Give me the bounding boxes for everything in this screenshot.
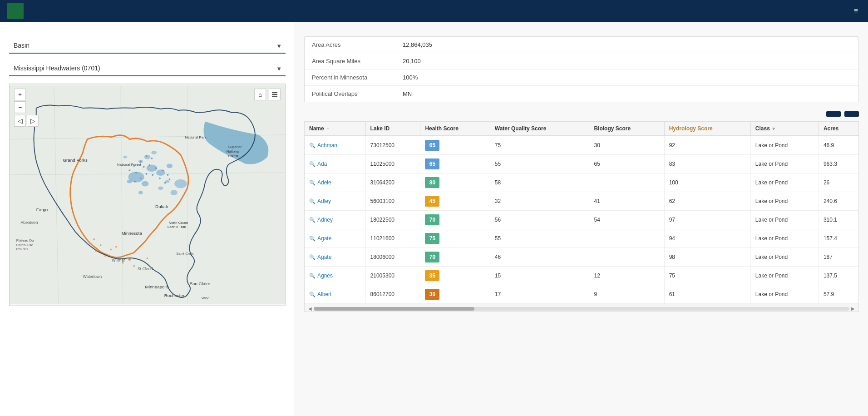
cell-acres: 963.3 bbox=[819, 155, 858, 173]
col-acres[interactable]: Acres bbox=[819, 122, 858, 136]
svg-point-62 bbox=[140, 178, 142, 179]
lake-link[interactable]: 🔍 Achman bbox=[309, 142, 361, 149]
scroll-thumb[interactable] bbox=[314, 307, 474, 311]
svg-text:Willmar: Willmar bbox=[112, 258, 125, 262]
table-row: 🔍 Agate 18006000 70 46 98 Lake or Pond 1… bbox=[305, 248, 858, 267]
export-buttons bbox=[826, 111, 859, 117]
svg-text:National: National bbox=[227, 149, 240, 154]
zoom-in-button[interactable]: + bbox=[14, 89, 26, 100]
svg-point-59 bbox=[159, 178, 161, 179]
pan-right-button[interactable]: ▷ bbox=[27, 115, 39, 127]
svg-point-60 bbox=[152, 174, 153, 176]
cell-water-quality: 15 bbox=[490, 267, 589, 285]
search-icon: 🔍 bbox=[309, 236, 316, 242]
left-panel: Basin HUC8 HUC10 ▼ Mississippi Headwater… bbox=[0, 22, 295, 416]
svg-text:Superior: Superior bbox=[228, 145, 242, 149]
class-filter-icon[interactable]: ▼ bbox=[771, 126, 776, 131]
lake-link[interactable]: 🔍 Agate bbox=[309, 254, 361, 260]
col-lake-id[interactable]: Lake ID bbox=[365, 122, 420, 136]
lake-link[interactable]: 🔍 Adele bbox=[309, 179, 361, 186]
lake-link[interactable]: 🔍 Agnes bbox=[309, 272, 361, 279]
table-row: 🔍 Agate 11021600 75 55 94 Lake or Pond 1… bbox=[305, 229, 858, 248]
cell-biology: 65 bbox=[589, 155, 664, 173]
cell-health-score: 80 bbox=[420, 173, 490, 192]
cell-biology: 30 bbox=[589, 136, 664, 155]
col-name[interactable]: Name ↑ bbox=[305, 122, 365, 136]
cell-health-score: 30 bbox=[420, 285, 490, 304]
svg-point-15 bbox=[170, 190, 178, 195]
svg-rect-76 bbox=[272, 94, 277, 95]
pan-left-button[interactable]: ◁ bbox=[14, 115, 26, 127]
svg-text:Forest: Forest bbox=[228, 154, 239, 158]
lake-link[interactable]: 🔍 Adney bbox=[309, 217, 361, 223]
svg-text:Rochester: Rochester bbox=[164, 293, 185, 298]
svg-point-63 bbox=[134, 181, 136, 183]
svg-point-55 bbox=[162, 169, 164, 171]
cell-class: Lake or Pond bbox=[750, 192, 819, 211]
export-csv-button[interactable] bbox=[844, 111, 859, 117]
scroll-left-btn[interactable]: ◀ bbox=[306, 305, 314, 312]
svg-point-74 bbox=[100, 244, 102, 246]
horizontal-scrollbar[interactable]: ◀ ▶ bbox=[305, 304, 858, 312]
detail-row-area-sqmi: Area Square Miles 20,100 bbox=[305, 53, 858, 69]
lake-link[interactable]: 🔍 Adley bbox=[309, 198, 361, 204]
cell-acres: 57.9 bbox=[819, 285, 858, 304]
col-biology[interactable]: Biology Score bbox=[589, 122, 664, 136]
map-container[interactable]: Fargo Grand Forks Duluth Minnesota Willm… bbox=[9, 84, 286, 306]
lakes-table: Name ↑ Lake ID Health Score Water Qualit… bbox=[305, 122, 858, 304]
svg-point-14 bbox=[174, 179, 187, 188]
cell-hydrology: 83 bbox=[664, 155, 750, 173]
svg-point-10 bbox=[156, 169, 165, 176]
detail-value-area-acres: 12,864,035 bbox=[403, 41, 432, 48]
svg-point-69 bbox=[104, 255, 106, 257]
lake-link[interactable]: 🔍 Ada bbox=[309, 161, 361, 167]
svg-point-12 bbox=[127, 180, 132, 183]
scale-select[interactable]: Basin HUC8 HUC10 bbox=[9, 38, 286, 54]
cell-biology: 12 bbox=[589, 267, 664, 285]
col-health-score[interactable]: Health Score bbox=[420, 122, 490, 136]
cell-name: 🔍 Agnes bbox=[305, 267, 365, 285]
scored-lakes-section: Name ↑ Lake ID Health Score Water Qualit… bbox=[304, 111, 859, 312]
cell-lake-id: 11025000 bbox=[365, 155, 420, 173]
cell-lake-id: 18006000 bbox=[365, 248, 420, 267]
svg-point-45 bbox=[140, 161, 142, 163]
col-hydrology[interactable]: Hydrology Score bbox=[664, 122, 750, 136]
svg-point-17 bbox=[151, 151, 157, 154]
svg-text:Eau Claire: Eau Claire bbox=[190, 281, 211, 286]
cell-name: 🔍 Albert bbox=[305, 285, 365, 304]
export-excel-button[interactable] bbox=[826, 111, 841, 117]
map-layers-button[interactable] bbox=[269, 89, 281, 100]
cell-acres: 187 bbox=[819, 248, 858, 267]
lake-link[interactable]: 🔍 Albert bbox=[309, 291, 361, 297]
cell-hydrology: 98 bbox=[664, 248, 750, 267]
lake-link[interactable]: 🔍 Agate bbox=[309, 235, 361, 242]
lakes-tbody: 🔍 Achman 73012500 65 75 30 92 Lake or Po… bbox=[305, 136, 858, 304]
map-home-button[interactable]: ⌂ bbox=[254, 89, 266, 100]
scroll-right-btn[interactable]: ▶ bbox=[849, 305, 857, 312]
map-controls: + − ◁ ▷ bbox=[14, 89, 39, 127]
cell-biology: 9 bbox=[589, 285, 664, 304]
menu-button[interactable]: ≡ bbox=[854, 7, 861, 15]
logo bbox=[7, 3, 27, 19]
cell-lake-id: 18022500 bbox=[365, 211, 420, 229]
cell-health-score: 65 bbox=[420, 136, 490, 155]
zoom-out-button[interactable]: − bbox=[14, 101, 26, 113]
cell-class: Lake or Pond bbox=[750, 267, 819, 285]
basin-select[interactable]: Mississippi Headwaters (0701) Red River … bbox=[9, 61, 286, 76]
svg-point-48 bbox=[133, 165, 135, 167]
svg-text:St Cloud: St Cloud bbox=[138, 267, 153, 271]
svg-point-52 bbox=[143, 166, 145, 168]
lakes-table-wrapper[interactable]: Name ↑ Lake ID Health Score Water Qualit… bbox=[304, 121, 859, 312]
cell-class: Lake or Pond bbox=[750, 211, 819, 229]
cell-class: Lake or Pond bbox=[750, 155, 819, 173]
cell-name: 🔍 Agate bbox=[305, 229, 365, 248]
col-class[interactable]: Class ▼ bbox=[750, 122, 819, 136]
col-water-quality[interactable]: Water Quality Score bbox=[490, 122, 589, 136]
svg-point-19 bbox=[123, 156, 127, 158]
search-icon: 🔍 bbox=[309, 180, 316, 186]
scroll-track[interactable] bbox=[314, 307, 849, 311]
cell-health-score: 70 bbox=[420, 248, 490, 267]
cell-name: 🔍 Agate bbox=[305, 248, 365, 267]
svg-text:North Count: North Count bbox=[168, 221, 188, 225]
svg-text:Aberdeen: Aberdeen bbox=[20, 220, 38, 225]
